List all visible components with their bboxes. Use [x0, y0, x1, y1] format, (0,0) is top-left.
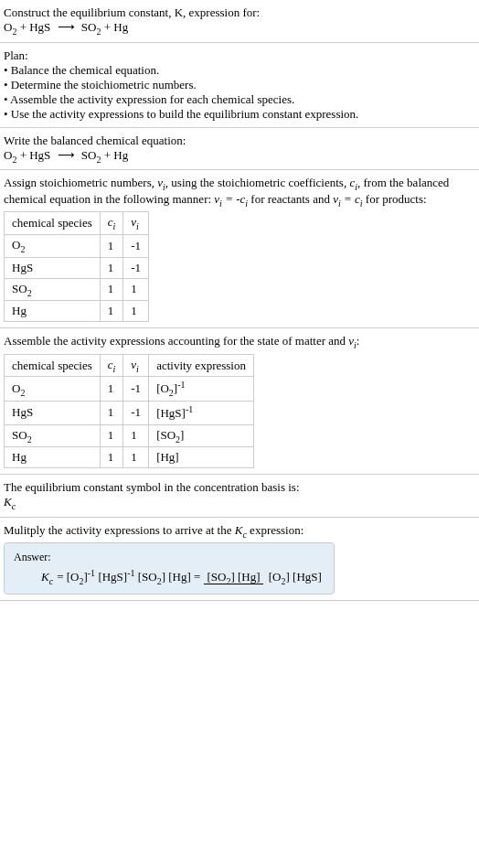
reactant-2: HgS	[29, 20, 50, 34]
plan-section: Plan: • Balance the chemical equation. •…	[0, 43, 479, 128]
col-species: chemical species	[5, 212, 101, 235]
reactant-1: O2	[4, 20, 16, 34]
table-row: O2 1 -1 [O2]-1	[5, 377, 254, 402]
table-header-row: chemical species ci νi	[5, 212, 149, 235]
table-row: HgS 1 -1 [HgS]-1	[5, 402, 254, 424]
balanced-equation-section: Write the balanced chemical equation: O2…	[0, 128, 479, 171]
activity-text: Assemble the activity expressions accoun…	[4, 334, 475, 350]
plan-item-4: • Use the activity expressions to build …	[4, 107, 475, 122]
table-row: Hg 1 1	[5, 301, 149, 322]
plan-item-2: • Determine the stoichiometric numbers.	[4, 78, 475, 92]
product-1: SO2	[81, 20, 101, 34]
activity-section: Assemble the activity expressions accoun…	[0, 328, 479, 475]
prompt-text: Construct the equilibrium constant, K, e…	[4, 5, 475, 20]
arrow-icon: ⟶	[58, 148, 75, 162]
stoich-text: Assign stoichiometric numbers, νi, using…	[4, 176, 475, 208]
table-row: Hg 1 1 [Hg]	[5, 447, 254, 468]
result-text: Mulitply the activity expressions to arr…	[4, 523, 475, 540]
activity-table: chemical species ci νi activity expressi…	[4, 354, 254, 468]
table-row: O2 1 -1	[5, 234, 149, 257]
prompt-section: Construct the equilibrium constant, K, e…	[0, 0, 479, 43]
col-ci: ci	[100, 212, 123, 235]
product-2: Hg	[113, 20, 128, 34]
stoichiometric-section: Assign stoichiometric numbers, νi, using…	[0, 170, 479, 328]
table-header-row: chemical species ci νi activity expressi…	[5, 354, 254, 377]
symbol-text: The equilibrium constant symbol in the c…	[4, 480, 475, 495]
fraction: [SO2] [Hg] [O2] [HgS]	[204, 570, 324, 586]
col-vi: νi	[123, 212, 149, 235]
balanced-heading: Write the balanced chemical equation:	[4, 134, 475, 148]
result-section: Mulitply the activity expressions to arr…	[0, 518, 479, 602]
plan-item-3: • Assemble the activity expression for e…	[4, 92, 475, 107]
plan-item-1: • Balance the chemical equation.	[4, 63, 475, 78]
symbol-section: The equilibrium constant symbol in the c…	[0, 475, 479, 518]
stoich-table: chemical species ci νi O2 1 -1 HgS 1 -1 …	[4, 211, 149, 322]
table-row: HgS 1 -1	[5, 257, 149, 278]
plan-heading: Plan:	[4, 48, 475, 63]
balanced-equation: O2 + HgS ⟶ SO2 + Hg	[4, 148, 475, 165]
kc-symbol: Kc	[4, 495, 475, 511]
chemical-equation: O2 + HgS ⟶ SO2 + Hg	[4, 20, 475, 37]
answer-label: Answer:	[14, 551, 325, 564]
arrow-icon: ⟶	[58, 20, 75, 34]
answer-box: Answer: Kc = [O2]-1 [HgS]-1 [SO2] [Hg] =…	[4, 542, 335, 595]
table-row: SO2 1 1	[5, 278, 149, 301]
kc-expression: Kc = [O2]-1 [HgS]-1 [SO2] [Hg] = [SO2] […	[14, 568, 325, 586]
table-row: SO2 1 1 [SO2]	[5, 424, 254, 447]
